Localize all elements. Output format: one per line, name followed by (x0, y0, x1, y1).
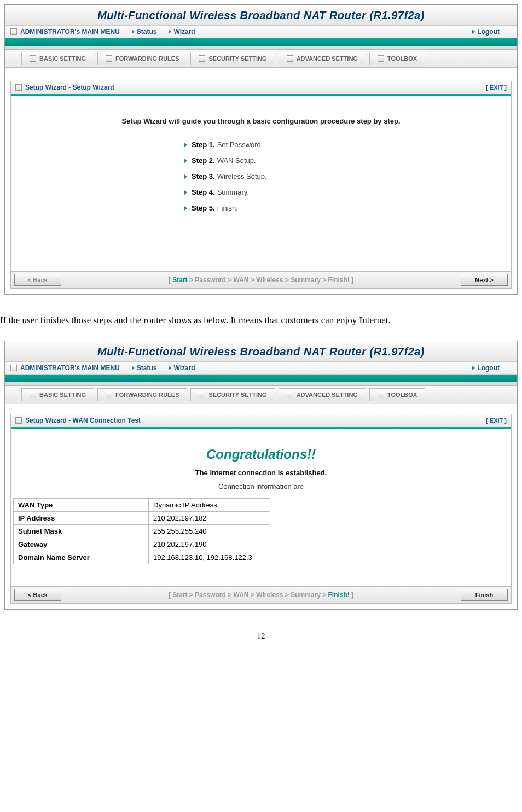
tab-label: ADVANCED SETTING (297, 392, 358, 398)
square-icon (106, 55, 112, 62)
nav-logout[interactable]: Logout (472, 364, 500, 372)
chevron-right-icon (184, 143, 187, 147)
tab-label: FORWARDING RULES (115, 392, 179, 398)
step-label: Step 5. (192, 204, 215, 212)
tab-basic-setting[interactable]: BASIC SETTING (21, 52, 94, 65)
step-label: Step 1. (192, 141, 215, 149)
admin-menu-bar: ADMINISTRATOR's MAIN MENU Status Wizard … (5, 26, 517, 38)
title-bar: Multi-Functional Wireless Broadband NAT … (5, 341, 517, 362)
nav-status-label: Status (137, 364, 157, 372)
congratulations-heading: Congratulations!! (13, 447, 509, 462)
finish-button[interactable]: Finish (461, 589, 508, 601)
connection-info-table: WAN TypeDynamic IP Address IP Address210… (13, 498, 270, 564)
table-row: WAN TypeDynamic IP Address (14, 499, 270, 512)
router-title: Multi-Functional Wireless Broadband NAT … (97, 346, 425, 358)
admin-main-label: ADMINISTRATOR's MAIN MENU (20, 28, 120, 36)
connection-info-label: Connection information are (13, 482, 509, 490)
square-icon (10, 365, 17, 371)
tab-label: SECURITY SETTING (208, 392, 266, 398)
step-text: Set Password. (217, 141, 263, 149)
wizard-footer: < Back [ Start > Password > WAN > Wirele… (11, 271, 511, 288)
back-button[interactable]: < Back (14, 589, 61, 601)
tabs-row: BASIC SETTING FORWARDING RULES SECURITY … (5, 50, 517, 68)
gray-strip (5, 46, 517, 50)
nav-logout-label: Logout (477, 364, 500, 372)
chevron-right-icon (132, 366, 135, 370)
tab-basic-setting[interactable]: BASIC SETTING (21, 388, 94, 401)
nav-wizard[interactable]: Wizard (169, 28, 195, 36)
square-icon (378, 55, 384, 62)
table-value: 192.168.123.10, 192.168.122.3 (149, 551, 270, 564)
nav-wizard-label: Wizard (173, 28, 195, 36)
table-row: IP Address210.202.197.182 (14, 512, 270, 525)
step-row: Step 5.Finish. (184, 204, 338, 212)
crumb-active[interactable]: Start (172, 276, 187, 284)
tab-label: SECURITY SETTING (208, 55, 266, 62)
chevron-right-icon (184, 159, 187, 163)
tab-toolbox[interactable]: TOOLBOX (369, 388, 425, 401)
tab-label: BASIC SETTING (39, 392, 86, 398)
wizard-intro: Setup Wizard will guide you through a ba… (22, 117, 500, 125)
nav-status-label: Status (137, 28, 157, 36)
exit-link[interactable]: [ EXIT ] (486, 84, 507, 91)
chevron-right-icon (184, 190, 187, 195)
chevron-right-icon (472, 30, 475, 34)
tab-security-setting[interactable]: SECURITY SETTING (190, 52, 275, 65)
crumb-prefix: [ Start > Password > WAN > Wireless > Su… (169, 591, 328, 599)
chevron-right-icon (184, 174, 187, 179)
crumb-active[interactable]: Finish! (328, 591, 350, 599)
square-icon (30, 55, 36, 62)
next-button[interactable]: Next > (461, 274, 508, 286)
panel-header: Setup Wizard - Setup Wizard [ EXIT ] (11, 81, 511, 94)
tab-advanced-setting[interactable]: ADVANCED SETTING (279, 52, 366, 65)
panel-body: Congratulations!! The Internet connectio… (11, 429, 511, 586)
teal-strip (5, 375, 517, 382)
table-key: IP Address (14, 512, 149, 525)
admin-main-menu[interactable]: ADMINISTRATOR's MAIN MENU (10, 364, 120, 372)
tab-label: FORWARDING RULES (115, 55, 179, 62)
admin-main-label: ADMINISTRATOR's MAIN MENU (20, 364, 120, 372)
step-row: Step 4.Summary. (184, 188, 338, 196)
wan-test-panel: Setup Wizard - WAN Connection Test [ EXI… (10, 414, 512, 604)
crumb-rest: > Password > WAN > Wireless > Summary > … (188, 276, 354, 284)
connection-established-text: The Internet connection is established. (13, 469, 509, 477)
square-icon (287, 55, 293, 62)
tab-forwarding-rules[interactable]: FORWARDING RULES (97, 52, 188, 65)
wizard-footer: < Back [ Start > Password > WAN > Wirele… (11, 586, 511, 603)
tab-advanced-setting[interactable]: ADVANCED SETTING (279, 388, 366, 401)
table-row: Subnet Mask255.255.255.240 (14, 525, 270, 538)
step-row: Step 2.WAN Setup. (184, 156, 338, 165)
step-row: Step 3.Wireless Setup. (184, 172, 338, 180)
back-button: < Back (14, 274, 61, 286)
breadcrumb: [ Start > Password > WAN > Wireless > Su… (61, 276, 461, 284)
tab-label: BASIC SETTING (39, 55, 86, 62)
gray-strip (5, 382, 517, 386)
router-screenshot-2: Multi-Functional Wireless Broadband NAT … (4, 341, 518, 610)
title-bar: Multi-Functional Wireless Broadband NAT … (5, 5, 517, 26)
tab-forwarding-rules[interactable]: FORWARDING RULES (97, 388, 188, 401)
exit-link[interactable]: [ EXIT ] (486, 417, 507, 424)
step-text: WAN Setup. (217, 156, 256, 165)
tab-toolbox[interactable]: TOOLBOX (369, 52, 425, 65)
tab-label: TOOLBOX (387, 392, 417, 398)
table-key: Domain Name Server (14, 551, 149, 564)
nav-status[interactable]: Status (132, 28, 157, 36)
step-row: Step 1.Set Password. (184, 141, 338, 149)
step-label: Step 4. (192, 188, 215, 196)
step-label: Step 2. (192, 156, 215, 165)
admin-main-menu[interactable]: ADMINISTRATOR's MAIN MENU (10, 28, 120, 36)
tab-security-setting[interactable]: SECURITY SETTING (190, 388, 275, 401)
chevron-right-icon (184, 206, 187, 211)
nav-wizard[interactable]: Wizard (169, 364, 195, 372)
square-icon (106, 392, 112, 398)
breadcrumb: [ Start > Password > WAN > Wireless > Su… (61, 591, 461, 599)
nav-logout-label: Logout (477, 28, 500, 36)
table-value: 210.202.197.190 (149, 538, 270, 551)
router-screenshot-1: Multi-Functional Wireless Broadband NAT … (4, 4, 518, 295)
square-icon (287, 392, 293, 398)
nav-logout[interactable]: Logout (472, 28, 500, 36)
table-row: Domain Name Server192.168.123.10, 192.16… (14, 551, 270, 564)
step-text: Summary. (217, 188, 249, 196)
nav-status[interactable]: Status (132, 364, 157, 372)
step-label: Step 3. (192, 172, 215, 180)
